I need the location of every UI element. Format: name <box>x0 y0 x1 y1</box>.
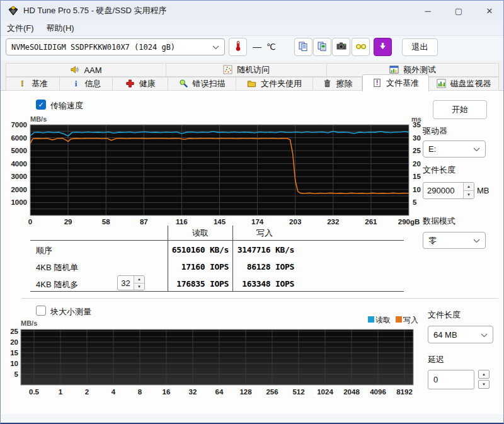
rand-single-read-value: 17160 IOPS <box>127 262 229 272</box>
svg-text:10: 10 <box>413 186 421 193</box>
block-file-length-select[interactable]: 64 MB <box>428 326 493 343</box>
trash-icon <box>323 79 333 89</box>
tab-label: 文件基准 <box>386 77 419 89</box>
delay-spin-up[interactable]: ▲ <box>478 370 490 379</box>
delay-label: 延迟 <box>428 354 444 365</box>
table-row-label: 4KB 随机单 <box>36 262 78 273</box>
tab-row-bottom: ! 基准 i 信息 健康 错误扫描 文件夹使用 擦除 <box>6 77 499 91</box>
svg-text:64: 64 <box>215 388 224 396</box>
file-length-unit: MB <box>477 186 490 195</box>
svg-text:20: 20 <box>10 338 18 346</box>
block-file-length-label: 文件长度 <box>428 309 461 321</box>
svg-text:10: 10 <box>10 360 18 367</box>
copy-text-button[interactable] <box>294 38 312 56</box>
chevron-down-icon <box>473 236 480 245</box>
svg-text:20: 20 <box>413 160 421 168</box>
table-row-label: 顺序 <box>36 245 52 256</box>
screenshot-button[interactable] <box>332 38 350 56</box>
tab-random-access[interactable]: 随机访问 <box>166 63 327 77</box>
svg-text:261: 261 <box>365 218 377 226</box>
menu-help[interactable]: 帮助(H) <box>40 21 81 35</box>
spin-up-icon[interactable]: ▲ <box>464 183 474 190</box>
start-button[interactable]: 开始 <box>433 100 487 119</box>
tab-info[interactable]: i 信息 <box>60 77 113 91</box>
svg-text:32: 32 <box>189 388 197 396</box>
tab-label: 基准 <box>32 78 48 89</box>
temperature-button[interactable] <box>229 38 247 56</box>
svg-text:256: 256 <box>266 388 278 396</box>
svg-text:87: 87 <box>140 218 148 226</box>
scatter-icon <box>223 65 233 75</box>
tab-erase[interactable]: 擦除 <box>313 77 362 91</box>
svg-text:MB/s: MB/s <box>30 116 47 123</box>
transfer-speed-checkbox[interactable]: ✓ <box>36 100 46 110</box>
target-drive-value: E: <box>428 144 436 154</box>
view-button[interactable] <box>352 38 370 56</box>
chevron-down-icon <box>481 330 488 340</box>
svg-text:25: 25 <box>10 328 18 335</box>
delay-spin-down[interactable]: ▼ <box>478 380 490 389</box>
tab-folder-usage[interactable]: 文件夹使用 <box>236 77 313 91</box>
data-mode-label: 数据模式 <box>423 215 455 227</box>
file-length-stepper[interactable]: 290000 ▲▼ <box>423 182 474 199</box>
close-button[interactable]: ✕ <box>475 1 504 21</box>
bottom-strip <box>1 414 504 423</box>
exit-button[interactable]: 退出 <box>402 38 438 56</box>
folder-icon <box>247 79 257 89</box>
svg-text:512: 512 <box>292 388 304 396</box>
drive-select[interactable]: NVMeSOLIDIGM SSDPFKKW010X7 (1024 gB) <box>6 38 225 55</box>
tab-health[interactable]: 健康 <box>113 77 168 91</box>
svg-text:MB/s: MB/s <box>21 319 37 327</box>
copy-image-button[interactable] <box>313 38 331 56</box>
data-mode-value: 零 <box>428 235 437 246</box>
svg-text:145: 145 <box>214 218 226 226</box>
svg-text:0: 0 <box>28 218 32 226</box>
menu-file[interactable]: 文件(F) <box>1 21 40 35</box>
tab-label: 健康 <box>139 78 156 89</box>
block-size-label: 块大小测量 <box>50 306 91 318</box>
hdtune-window: HD Tune Pro 5.75 - 硬盘/SSD 实用程序 ─ ▢ ✕ 文件(… <box>0 0 504 424</box>
chevron-down-icon <box>212 42 219 52</box>
disk-monitor-icon <box>437 79 447 89</box>
data-mode-select[interactable]: 零 <box>423 232 486 249</box>
glasses-icon <box>355 42 367 52</box>
tab-error-scan[interactable]: 错误扫描 <box>168 77 236 91</box>
transfer-speed-chart: 1000200030004000500060007000510152025303… <box>1 116 424 226</box>
target-drive-select[interactable]: E: <box>423 140 486 158</box>
temperature-unit: ℃ <box>266 42 276 52</box>
svg-text:5: 5 <box>14 370 19 378</box>
svg-text:128: 128 <box>239 388 252 396</box>
svg-text:1000: 1000 <box>11 198 27 206</box>
thermometer-icon <box>233 40 243 54</box>
tab-benchmark[interactable]: ! 基准 <box>6 77 60 91</box>
tab-label: 擦除 <box>336 78 353 89</box>
tab-disk-monitor[interactable]: 磁盘监视器 <box>429 77 499 91</box>
info-icon: i <box>71 79 81 89</box>
section-divider <box>21 298 498 299</box>
spin-down-icon[interactable]: ▼ <box>464 190 474 198</box>
transfer-speed-label: 传输速度 <box>50 100 83 112</box>
delay-value: 0 <box>433 375 438 384</box>
svg-text:6000: 6000 <box>11 134 27 142</box>
svg-text:2: 2 <box>85 388 89 396</box>
block-size-checkbox[interactable] <box>36 306 46 316</box>
minimize-button[interactable]: ─ <box>413 1 442 21</box>
svg-text:30: 30 <box>413 134 421 142</box>
tab-band: AAM 随机访问 额外测试 ! 基准 i 信息 健康 <box>1 60 503 91</box>
svg-text:0.5: 0.5 <box>29 388 40 396</box>
save-results-button[interactable] <box>374 38 392 56</box>
svg-text:4: 4 <box>112 388 116 396</box>
delay-input[interactable]: 0 <box>428 370 474 389</box>
maximize-button[interactable]: ▢ <box>444 1 473 21</box>
magnifier-icon <box>179 79 189 89</box>
tab-aam[interactable]: AAM <box>6 63 166 77</box>
tab-file-benchmark[interactable]: ! 文件基准 <box>362 74 429 91</box>
drive-label: 驱动器 <box>423 125 447 137</box>
rand-single-write-value: 86128 IOPS <box>234 262 294 272</box>
extra-tests-icon <box>389 65 399 75</box>
table-header-write: 写入 <box>233 227 296 239</box>
svg-text:25: 25 <box>413 147 421 154</box>
table-bottom-line <box>30 291 404 292</box>
seq-read-value: 6510160 KB/s <box>127 245 229 255</box>
download-arrow-icon <box>378 42 387 53</box>
